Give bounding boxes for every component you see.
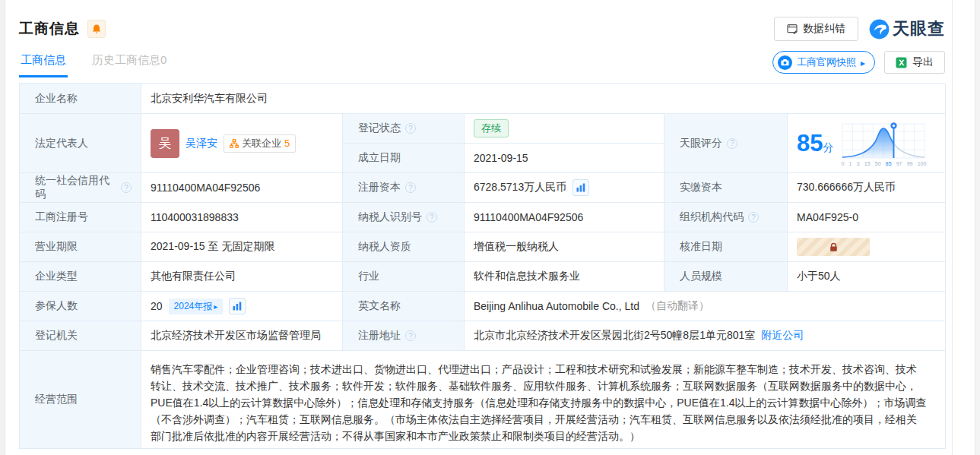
reg-address-value: 北京市北京经济技术开发区景园北街2号50幢8层1单元801室 附近公司: [465, 321, 946, 351]
english-name-value: Beijing Anlihua Automobile Co., Ltd （自动翻…: [465, 292, 946, 321]
official-snapshot-label: 工商官网快照: [797, 55, 856, 69]
page-title: 工商信息: [19, 19, 80, 39]
reg-number-value: 110400031898833: [141, 203, 343, 232]
org-code-label: 组织机构代码: [664, 203, 788, 232]
export-button[interactable]: 导出: [884, 51, 945, 74]
nearby-companies-link[interactable]: 附近公司: [761, 329, 804, 343]
staff-size-label: 人员规模: [664, 262, 788, 292]
help-icon[interactable]: [727, 138, 737, 149]
help-icon[interactable]: [405, 182, 416, 193]
credit-code-value: 91110400MA04F92506: [141, 173, 343, 203]
company-name-value: 北京安利华汽车有限公司: [141, 84, 946, 114]
reg-authority-label: 登记机关: [20, 321, 141, 351]
tab-history-business-info[interactable]: 历史工商信息0: [90, 47, 168, 77]
scrollbar-track[interactable]: [975, 0, 980, 455]
taxpayer-id-value: 91110400MA04F92506: [465, 203, 664, 232]
related-companies-badge[interactable]: 关联企业 5: [224, 134, 296, 153]
bell-icon: [92, 24, 101, 34]
staff-size-value: 小于50人: [788, 262, 946, 292]
industry-label: 行业: [343, 262, 465, 292]
reg-capital-label: 注册资本: [343, 173, 465, 203]
camera-icon: [778, 55, 792, 70]
insured-trend-button[interactable]: [229, 298, 246, 314]
paid-capital-label: 实缴资本: [664, 173, 788, 203]
score-number: 85分: [797, 131, 833, 155]
company-type-value: 其他有限责任公司: [141, 262, 343, 292]
credit-code-label: 统一社会信用代码: [20, 173, 141, 203]
insured-count-label: 参保人数: [20, 292, 141, 321]
establish-date-label: 成立日期: [343, 144, 465, 173]
status-badge: 存续: [474, 119, 509, 137]
auto-translate-note: （自动翻译）: [645, 299, 709, 313]
insured-count-value: 20 2024年报: [141, 292, 343, 321]
approval-date-label: 核准日期: [664, 232, 788, 262]
section-header: 工商信息 数据纠错 天眼查: [19, 14, 945, 44]
taxpayer-id-label: 纳税人识别号: [343, 203, 465, 232]
legal-rep-value: 吴 吴泽安 关联企业 5: [141, 114, 343, 173]
capital-trend-button[interactable]: [572, 179, 589, 196]
tianyancha-logo[interactable]: 天眼查: [869, 17, 945, 40]
score-distribution-chart: 0131550859799100: [841, 121, 926, 166]
taxpayer-quality-label: 纳税人资质: [343, 232, 465, 262]
taxpayer-quality-value: 增值税一般纳税人: [465, 232, 664, 262]
approval-date-value: [788, 232, 946, 262]
export-label: 导出: [912, 55, 934, 69]
help-icon[interactable]: [121, 182, 132, 193]
tianyancha-logo-text: 天眼查: [893, 17, 945, 40]
locked-value[interactable]: [797, 238, 870, 256]
official-snapshot-button[interactable]: 工商官网快照: [772, 51, 875, 74]
paid-capital-value: 730.666666万人民币: [788, 173, 946, 203]
reg-status-value: 存续: [465, 114, 664, 144]
chevron-right-icon: [214, 301, 217, 311]
business-scope-label: 经营范围: [20, 351, 141, 449]
business-term-value: 2021-09-15 至 无固定期限: [141, 232, 343, 262]
org-network-icon: [230, 139, 239, 148]
english-name-label: 英文名称: [343, 292, 465, 321]
tab-bar: 工商信息 历史工商信息0 工商官网快照 导出: [19, 49, 945, 76]
reg-address-label: 注册地址: [343, 321, 465, 351]
legal-rep-name-link[interactable]: 吴泽安: [186, 137, 217, 150]
help-icon[interactable]: [405, 330, 416, 341]
company-type-label: 企业类型: [20, 262, 141, 292]
tianyan-score-value[interactable]: 85分: [788, 114, 946, 173]
tab-business-info[interactable]: 工商信息: [19, 47, 68, 77]
company-name-label: 企业名称: [20, 84, 141, 114]
tianyancha-logo-icon: [869, 19, 890, 39]
legal-rep-label: 法定代表人: [20, 114, 141, 173]
business-scope-value: 销售汽车零配件；企业管理咨询；技术进出口、货物进出口、代理进出口；产品设计；工程…: [141, 351, 946, 449]
related-companies-label: 关联企业: [242, 137, 281, 150]
reg-capital-value: 6728.5713万人民币: [465, 173, 664, 203]
data-correction-button[interactable]: 数据纠错: [774, 17, 858, 41]
business-info-section: 工商信息 数据纠错 天眼查 工商信息 历史工商信息0 工商官网快照: [19, 0, 945, 449]
establish-date-value: 2021-09-15: [465, 144, 664, 173]
tianyan-score-label: 天眼评分: [664, 114, 788, 173]
business-term-label: 营业期限: [20, 232, 141, 262]
reg-number-label: 工商注册号: [20, 203, 141, 232]
reg-status-label: 登记状态: [343, 114, 465, 144]
lock-icon: [829, 242, 839, 252]
industry-value: 软件和信息技术服务业: [465, 262, 664, 292]
trend-chart-icon: [576, 183, 585, 192]
excel-icon: [896, 57, 907, 68]
card-right-border: [952, 0, 953, 455]
help-icon[interactable]: [748, 212, 759, 223]
legal-rep-avatar[interactable]: 吴: [151, 129, 179, 158]
trend-chart-icon: [233, 302, 242, 311]
help-icon[interactable]: [427, 212, 437, 223]
chevron-right-icon: [861, 57, 865, 68]
monitor-bell-button[interactable]: [87, 20, 106, 38]
data-correction-icon: [787, 24, 798, 34]
business-info-table: 企业名称 北京安利华汽车有限公司 法定代表人 吴 吴泽安 关联企业 5 登记状态…: [19, 83, 945, 449]
help-icon[interactable]: [405, 123, 416, 134]
related-companies-count: 5: [284, 137, 290, 149]
page-left-gutter: [0, 0, 5, 455]
data-correction-label: 数据纠错: [803, 22, 845, 36]
org-code-value: MA04F925-0: [788, 203, 946, 232]
annual-report-badge[interactable]: 2024年报: [169, 299, 224, 314]
score-chart-ticks: 0131550859799100: [841, 161, 926, 166]
reg-authority-value: 北京经济技术开发区市场监督管理局: [141, 321, 343, 351]
